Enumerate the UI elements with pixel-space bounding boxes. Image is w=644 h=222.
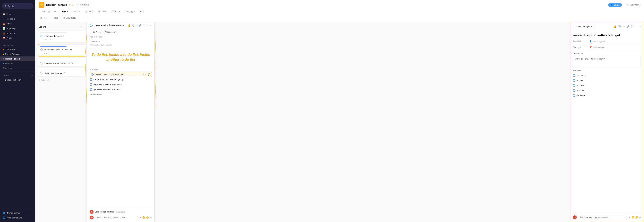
sidebar-item-bellas-first-team[interactable]: ▶ Bella's First Team (0, 78, 36, 82)
tab-messages[interactable]: Messages (123, 9, 137, 14)
tab-list[interactable]: List (52, 9, 60, 14)
subtask-item-tier[interactable]: ✓ decide which tier to sign up for (90, 82, 152, 87)
column-add-icon[interactable]: ＋ (80, 25, 83, 28)
subtask-check[interactable]: ✓ (90, 83, 92, 86)
smiley2-icon[interactable]: 😄 (146, 216, 149, 219)
attach-icon[interactable]: 📎 (618, 25, 621, 28)
sidebar-item-inbox[interactable]: 📥 Inbox (0, 21, 36, 26)
attach-icon[interactable]: 📎 (132, 24, 134, 27)
share-button[interactable]: 👥 Share (608, 3, 622, 7)
due-date-value[interactable]: 📅 No due date (589, 46, 604, 49)
rp-subtask-mailerlite[interactable]: ✓ mailerlite (573, 83, 641, 88)
rp-subtask-check[interactable]: ✓ (573, 89, 576, 92)
share-icon: 👥 (610, 4, 613, 6)
emoji-icon[interactable]: 😊 (142, 216, 145, 219)
create-button[interactable]: ＋ Create (2, 3, 34, 9)
subtask-item-research[interactable]: ✓ research which software to get 5 ↳ 💬 (90, 72, 152, 77)
add-projects[interactable]: Add to projects (87, 35, 154, 39)
tab-board[interactable]: Board (60, 9, 70, 14)
rp-subtask-check[interactable]: ✓ (573, 74, 576, 77)
tab-workflow[interactable]: Workflow (96, 9, 108, 14)
mark-complete-button[interactable]: ✓ Mark complete (573, 24, 594, 29)
set-status-button[interactable]: ○ Set status (76, 3, 91, 7)
task-detail-check[interactable]: ✓ (90, 24, 92, 27)
plus-icon: ＋ (4, 4, 6, 7)
sidebar-item-novelpad[interactable]: NovelPad (0, 61, 36, 66)
star-icon[interactable]: ★ (71, 3, 73, 6)
smiley2-icon[interactable]: 😄 (635, 216, 638, 219)
rp-comment-input[interactable] (578, 215, 627, 220)
sidebar-item-reporting[interactable]: 📊 Reporting (0, 26, 36, 31)
thumbs-up-icon[interactable]: 👍 (614, 25, 617, 28)
sidebar-item-invite[interactable]: 🌐 Invite teammates (0, 215, 36, 220)
add-subtask-button[interactable]: + Add subtask (90, 92, 152, 97)
description-input[interactable] (573, 56, 641, 67)
task-card-email[interactable]: create email software account 4 ↳ (38, 44, 86, 56)
close-icon[interactable]: → (150, 24, 152, 27)
subtask-item-affiliate[interactable]: ✓ get affiliate code for discount (90, 87, 152, 92)
tab-dashboard[interactable]: Dashboard (109, 9, 124, 14)
task-check[interactable] (40, 48, 43, 51)
assignee-value[interactable]: 👤 No assignee (589, 40, 605, 43)
show-fields-button[interactable]: ⊡ Show fields (62, 16, 78, 20)
sidebar-item-my-tasks[interactable]: ✓ My Tasks (0, 16, 36, 21)
copy-icon[interactable]: ⧉ (136, 24, 138, 27)
more-icon[interactable]: ··· (146, 24, 148, 27)
sidebar-item-reader-ranked[interactable]: Reader Ranked ··· (0, 56, 36, 61)
customize-button[interactable]: ⚙ Customize (625, 3, 641, 7)
emoji-icon[interactable]: 😊 (632, 216, 634, 219)
thumbs-up-icon[interactable]: 👍 (128, 24, 130, 27)
rp-subtask-check[interactable]: ✓ (573, 79, 576, 82)
sidebar-item-browse-teams[interactable]: 👥 Browse teams (0, 211, 36, 215)
comment-icon[interactable]: 💬 (148, 73, 150, 76)
close-icon[interactable]: → (639, 25, 641, 28)
task-check[interactable] (40, 62, 42, 64)
week-badge[interactable]: This Week (90, 30, 102, 34)
sidebar: ＋ Create 🏠 Home ✓ My Tasks 📥 Inbox 📊 Rep… (0, 0, 36, 222)
record-icon[interactable]: ⏺ (139, 216, 141, 219)
chevron-down-icon[interactable]: ▾ (69, 3, 70, 6)
filter-button[interactable]: ⊞ Filter (39, 16, 49, 20)
settings2-icon[interactable]: ⚙ (639, 216, 641, 219)
task-card-amazon[interactable]: create amazon affiliate account (38, 58, 86, 66)
teams-add-button[interactable]: + (32, 74, 33, 77)
column-more-icon[interactable]: ··· (84, 25, 86, 28)
sort-button[interactable]: ↕ Sort (51, 16, 60, 20)
sidebar-item-portfolios[interactable]: 💼 Portfolios (0, 31, 36, 36)
day-badge[interactable]: Wednesday ▾ (104, 30, 119, 34)
novelpad-dot (2, 63, 4, 64)
subtask-check[interactable]: ✓ (90, 88, 92, 91)
more-icon[interactable]: ··· (635, 25, 637, 28)
link-icon[interactable]: 🔗 (626, 25, 629, 28)
task-card-design[interactable]: design website - part 2 (38, 68, 86, 76)
sidebar-item-this-week[interactable]: This Week (0, 47, 36, 52)
tab-overview[interactable]: Overview (39, 9, 52, 14)
rp-subtask-check[interactable]: ✓ (573, 94, 576, 97)
subtask-check[interactable]: ✓ (91, 73, 94, 76)
link-icon[interactable]: 🔗 (139, 24, 142, 27)
copy-icon[interactable]: ⧉ (623, 25, 625, 28)
settings-icon[interactable]: ⚙ (150, 216, 152, 219)
tab-calendar[interactable]: Calendar (82, 9, 96, 14)
fullscreen-icon[interactable]: ⛶ (631, 25, 633, 28)
subtask-check[interactable]: ✓ (90, 78, 92, 81)
tab-timeline[interactable]: Timeline (70, 9, 82, 14)
rp-subtask-mailchimp[interactable]: ✓ mailchimp (573, 88, 641, 93)
task-card-wordpress[interactable]: ✓ create wordpress site Dec 7, 2022 (38, 30, 86, 42)
rp-subtask-birdsend[interactable]: ✓ birdsend (573, 93, 641, 98)
fullscreen-icon[interactable]: ⛶ (143, 24, 145, 27)
sidebar-item-rogue-behavior[interactable]: Rogue Behavior (0, 52, 36, 56)
task-check[interactable] (40, 72, 42, 74)
show-more-button[interactable]: Show more (0, 66, 36, 70)
task-check-done[interactable]: ✓ (40, 35, 42, 37)
comment-input[interactable] (95, 215, 138, 220)
sidebar-item-goals[interactable]: 🎯 Goals (0, 36, 36, 40)
rp-subtask-convertkit[interactable]: ✓ convertkit (573, 73, 641, 78)
rp-subtask-check[interactable]: ✓ (573, 84, 576, 87)
add-task-button[interactable]: ＋ Add task (38, 78, 86, 82)
record-icon[interactable]: ⏺ (628, 216, 631, 219)
tab-files[interactable]: Files (137, 9, 146, 14)
sidebar-item-home[interactable]: 🏠 Home (0, 11, 36, 16)
subtask-item-email-address[interactable]: ✓ create email address for sign up (90, 77, 152, 82)
rp-subtask-flodesk[interactable]: ✓ flodesk (573, 78, 641, 83)
